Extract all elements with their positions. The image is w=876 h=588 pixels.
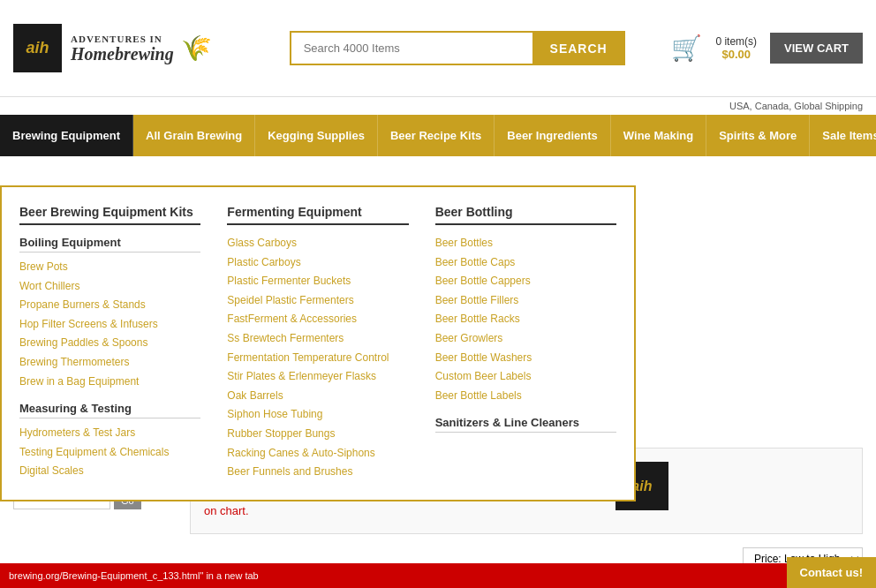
nav-item-sale[interactable]: Sale Items xyxy=(810,115,876,156)
contact-button[interactable]: Contact us! xyxy=(787,557,877,588)
main-nav: Brewing Equipment All Grain Brewing Kegg… xyxy=(0,115,876,156)
link-beer-growlers[interactable]: Beer Growlers xyxy=(435,329,616,349)
status-text: brewing.org/Brewing-Equipment_c_133.html… xyxy=(9,570,259,581)
link-beer-bottle-washers[interactable]: Beer Bottle Washers xyxy=(435,349,616,368)
link-testing-equipment[interactable]: Testing Equipment & Chemicals xyxy=(19,443,200,463)
nav-item-kegging[interactable]: Kegging Supplies xyxy=(255,115,378,156)
link-brewing-thermometers[interactable]: Brewing Thermometers xyxy=(19,353,200,373)
link-glass-carboys[interactable]: Glass Carboys xyxy=(227,234,408,253)
link-siphon-hose[interactable]: Siphon Hose Tubing xyxy=(227,405,408,425)
header: aih Adventures in Homebrewing 🌾 SEARCH 🛒… xyxy=(0,0,876,97)
search-bar: SEARCH xyxy=(290,31,625,65)
link-oak-barrels[interactable]: Oak Barrels xyxy=(227,387,408,406)
dropdown-col2-title: Fermenting Equipment xyxy=(227,205,408,225)
logo-line1: Adventures in xyxy=(71,34,174,44)
search-area: SEARCH xyxy=(261,31,653,65)
dropdown-col-2: Fermenting Equipment Glass Carboys Plast… xyxy=(227,205,408,482)
link-stir-plates[interactable]: Stir Plates & Erlenmeyer Flasks xyxy=(227,367,408,387)
link-fermentation-temp[interactable]: Fermentation Temperature Control xyxy=(227,349,408,368)
link-beer-bottle-caps[interactable]: Beer Bottle Caps xyxy=(435,253,616,273)
link-fastferment[interactable]: FastFerment & Accessories xyxy=(227,310,408,329)
nav-item-recipe-kits[interactable]: Beer Recipe Kits xyxy=(378,115,495,156)
logo-decoration: 🌾 xyxy=(181,34,212,63)
dropdown-col-3: Beer Bottling Beer Bottles Beer Bottle C… xyxy=(435,205,616,482)
link-brew-pots[interactable]: Brew Pots xyxy=(19,258,200,277)
shipping-bar: USA, Canada, Global Shipping xyxy=(0,97,876,115)
dropdown-col3-section2: Sanitizers & Line Cleaners xyxy=(435,416,616,433)
link-speidel[interactable]: Speidel Plastic Fermenters xyxy=(227,291,408,311)
link-beer-funnels[interactable]: Beer Funnels and Brushes xyxy=(227,463,408,482)
search-input[interactable] xyxy=(290,31,532,65)
cart-icon: 🛒 xyxy=(671,34,702,63)
link-hop-filter[interactable]: Hop Filter Screens & Infusers xyxy=(19,315,200,335)
link-beer-bottles[interactable]: Beer Bottles xyxy=(435,234,616,253)
dropdown-col3-title: Beer Bottling xyxy=(435,205,616,225)
dropdown-menu: Beer Brewing Equipment Kits Boiling Equi… xyxy=(0,185,636,501)
nav-item-all-grain[interactable]: All Grain Brewing xyxy=(133,115,255,156)
logo-abbr: aih xyxy=(26,39,49,57)
link-propane-burners[interactable]: Propane Burners & Stands xyxy=(19,296,200,315)
status-bar: brewing.org/Brewing-Equipment_c_133.html… xyxy=(0,563,876,588)
link-custom-beer-labels[interactable]: Custom Beer Labels xyxy=(435,367,616,387)
logo-line2: Homebrewing xyxy=(71,44,174,64)
link-beer-bottle-labels[interactable]: Beer Bottle Labels xyxy=(435,387,616,406)
view-cart-button[interactable]: VIEW CART xyxy=(770,33,863,64)
link-brewing-paddles[interactable]: Brewing Paddles & Spoons xyxy=(19,334,200,353)
logo-box: aih xyxy=(13,24,62,72)
link-hydrometers[interactable]: Hydrometers & Test Jars xyxy=(19,424,200,443)
link-beer-bottle-cappers[interactable]: Beer Bottle Cappers xyxy=(435,272,616,291)
link-fermenter-buckets[interactable]: Plastic Fermenter Buckets xyxy=(227,272,408,291)
cart-count: 0 item(s) xyxy=(715,35,757,48)
shipping-info: USA, Canada, Global Shipping xyxy=(729,101,863,111)
dropdown-col1-section1: Boiling Equipment xyxy=(19,236,200,253)
logo-text: Adventures in Homebrewing xyxy=(71,34,174,64)
search-button[interactable]: SEARCH xyxy=(532,31,625,65)
link-beer-bottle-fillers[interactable]: Beer Bottle Fillers xyxy=(435,291,616,311)
logo-area: aih Adventures in Homebrewing 🌾 xyxy=(13,24,261,72)
link-racking-canes[interactable]: Racking Canes & Auto-Siphons xyxy=(227,444,408,464)
cart-info: 0 item(s) $0.00 xyxy=(715,35,757,61)
link-wort-chillers[interactable]: Wort Chillers xyxy=(19,277,200,297)
link-plastic-carboys[interactable]: Plastic Carboys xyxy=(227,253,408,273)
nav-item-brewing-equipment[interactable]: Brewing Equipment xyxy=(0,115,133,156)
dropdown-col-1: Beer Brewing Equipment Kits Boiling Equi… xyxy=(19,205,200,482)
link-rubber-stopper[interactable]: Rubber Stopper Bungs xyxy=(227,425,408,444)
dropdown-col1-section2: Measuring & Testing xyxy=(19,402,200,418)
kit-chart-link[interactable]: on chart. xyxy=(204,502,602,520)
nav-item-beer-ingredients[interactable]: Beer Ingredients xyxy=(495,115,611,156)
cart-area: 🛒 0 item(s) $0.00 VIEW CART xyxy=(671,33,863,64)
dropdown-col1-title: Beer Brewing Equipment Kits xyxy=(19,205,200,225)
link-digital-scales[interactable]: Digital Scales xyxy=(19,462,200,481)
nav-item-spirits[interactable]: Spirits & More xyxy=(706,115,810,156)
link-ss-brewtech[interactable]: Ss Brewtech Fermenters xyxy=(227,329,408,349)
cart-total: $0.00 xyxy=(715,48,757,61)
cart-icon-wrap: 🛒 xyxy=(671,34,702,63)
link-brew-bag[interactable]: Brew in a Bag Equipment xyxy=(19,373,200,392)
nav-item-wine-making[interactable]: Wine Making xyxy=(611,115,706,156)
link-beer-bottle-racks[interactable]: Beer Bottle Racks xyxy=(435,310,616,329)
